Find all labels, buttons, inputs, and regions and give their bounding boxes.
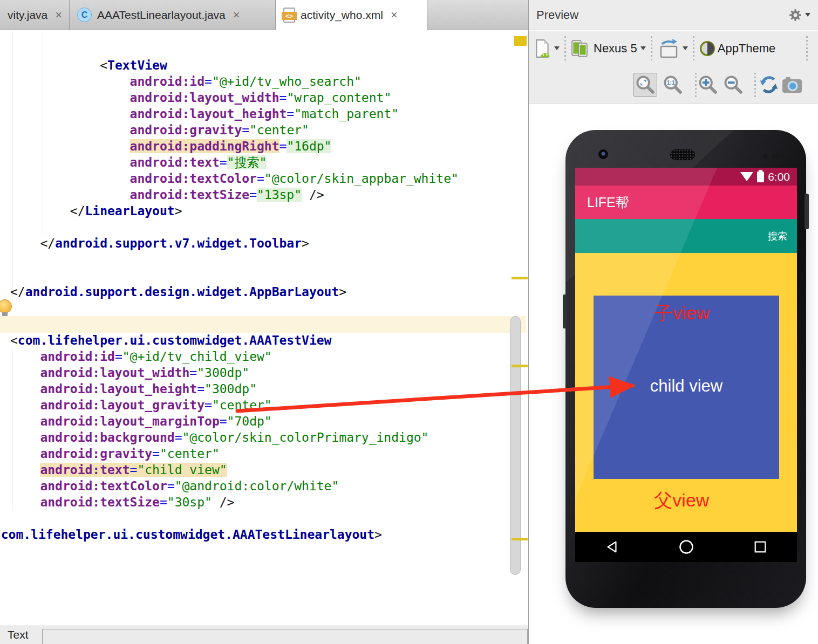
- code-line[interactable]: android:text="搜索": [10, 154, 459, 170]
- front-camera: [598, 149, 608, 159]
- wifi-icon: [740, 172, 753, 181]
- android-file-icon: [534, 39, 551, 58]
- navigation-bar: [575, 532, 797, 562]
- code-line[interactable]: android:id="@+id/tv_who_search": [10, 73, 459, 90]
- toolbar-separator: [754, 73, 756, 98]
- nexus5-device-frame: 6:00 LIFE帮 搜索 子view child view 父view: [565, 130, 806, 608]
- code-line[interactable]: android:textColor="@color/skin_appbar_wh…: [10, 170, 459, 187]
- tab-label: vity.java: [8, 9, 47, 22]
- code-line[interactable]: android:gravity="center": [10, 122, 459, 138]
- search-action-label: 搜索: [768, 230, 787, 243]
- devices-icon: [571, 39, 589, 58]
- editor-bottom-bar: Text: [0, 626, 529, 644]
- zoom-out-button[interactable]: [723, 74, 744, 95]
- warning-stripe-marker[interactable]: [512, 538, 528, 540]
- code-line[interactable]: android:layout_height="300dp": [10, 381, 459, 397]
- recents-icon[interactable]: [753, 540, 767, 554]
- theme-selector-button[interactable]: AppTheme: [699, 40, 779, 57]
- home-icon[interactable]: [679, 539, 694, 554]
- code-line[interactable]: android:textSize="13sp" />: [10, 187, 459, 203]
- zoom-1to1-icon: 1:1: [663, 74, 683, 95]
- status-time: 6:00: [768, 170, 790, 183]
- parent-view[interactable]: 子view child view 父view: [575, 253, 797, 532]
- code-line[interactable]: android:layout_height="match_parent": [10, 106, 459, 122]
- zoom-in-button[interactable]: [698, 74, 718, 95]
- code-line[interactable]: </LinearLayout>: [10, 203, 459, 219]
- java-class-icon: C: [77, 8, 92, 22]
- code-line[interactable]: [10, 268, 459, 284]
- chevron-down-icon: [683, 46, 688, 50]
- tab-aaatestlinearlayout-java[interactable]: C AAATestLinearlayout.java ×: [70, 0, 276, 30]
- chevron-down-icon: [554, 46, 560, 50]
- code-line[interactable]: [10, 251, 459, 268]
- close-icon[interactable]: ×: [233, 9, 240, 21]
- toolbar-separator: [651, 36, 652, 61]
- preview-header: Preview: [529, 0, 818, 30]
- child-view[interactable]: 子view child view: [594, 296, 779, 479]
- device-screen: 6:00 LIFE帮 搜索 子view child view 父view: [575, 168, 797, 562]
- code-editor[interactable]: <TextView android:id="@+id/tv_who_search…: [0, 30, 529, 626]
- tab-activity-java[interactable]: vity.java ×: [0, 0, 70, 30]
- preview-canvas[interactable]: 6:00 LIFE帮 搜索 子view child view 父view: [529, 105, 818, 644]
- code-line[interactable]: <com.lifehelper.ui.customwidget.AAATestV…: [10, 332, 459, 348]
- code-line[interactable]: </com.lifehelper.ui.customwidget.AAATest…: [0, 526, 459, 543]
- app-bar[interactable]: LIFE帮: [575, 186, 797, 219]
- code-line[interactable]: <TextView: [10, 57, 459, 73]
- back-icon[interactable]: [605, 540, 619, 554]
- zoom-actual-size-button[interactable]: 1:1: [663, 74, 683, 95]
- code-line[interactable]: [10, 219, 459, 235]
- chevron-down-icon: [640, 46, 646, 50]
- refresh-icon: [759, 74, 779, 95]
- tab-activity-who-xml[interactable]: <> activity_who.xml ×: [276, 0, 427, 30]
- screenshot-button[interactable]: [781, 77, 803, 94]
- code-line[interactable]: android:id="@+id/tv_child_view": [10, 348, 459, 365]
- tab-label: AAATestLinearlayout.java: [97, 9, 226, 22]
- code-line[interactable]: [10, 510, 459, 526]
- child-view-text: child view: [650, 376, 722, 396]
- code-line[interactable]: android:layout_width="300dp": [10, 365, 459, 381]
- code-line[interactable]: android:layout_width="wrap_content": [10, 90, 459, 106]
- code-line[interactable]: </android.support.v7.widget.Toolbar>: [10, 235, 459, 251]
- tab-text-mode[interactable]: Text: [8, 628, 29, 641]
- rotate-device-icon: [657, 38, 680, 59]
- code-line[interactable]: [10, 300, 459, 316]
- inspection-status-indicator[interactable]: [514, 36, 527, 46]
- camera-icon: [781, 77, 803, 94]
- close-icon[interactable]: ×: [391, 9, 398, 21]
- search-toolbar[interactable]: 搜索: [575, 219, 797, 253]
- device-selector-button[interactable]: Nexus 5: [571, 39, 646, 58]
- zoom-to-fit-button[interactable]: [633, 73, 657, 97]
- earpiece-speaker: [670, 149, 695, 160]
- panel-splitter[interactable]: [528, 0, 529, 644]
- code-line[interactable]: android:textSize="30sp" />: [10, 494, 459, 510]
- code-line[interactable]: android:textColor="@android:color/white": [10, 478, 459, 494]
- warning-stripe-marker[interactable]: [512, 365, 528, 367]
- code-line[interactable]: </android.support.design.widget.AppBarLa…: [10, 284, 459, 300]
- code-area[interactable]: <TextView android:id="@+id/tv_who_search…: [10, 57, 459, 543]
- code-line[interactable]: android:layout_gravity="center": [10, 397, 459, 413]
- proximity-sensor: [763, 154, 768, 159]
- close-icon[interactable]: ×: [55, 9, 62, 21]
- horizontal-scrollbar[interactable]: [42, 629, 528, 644]
- orientation-button[interactable]: [657, 38, 688, 59]
- run-configuration-button[interactable]: [534, 39, 560, 58]
- zoom-in-icon: [698, 74, 718, 95]
- code-line[interactable]: android:gravity="center": [10, 446, 459, 462]
- code-line[interactable]: [10, 316, 459, 332]
- preview-toolbar-row2: 1:1: [529, 66, 818, 104]
- zoom-out-icon: [723, 74, 744, 95]
- warning-stripe-marker[interactable]: [512, 277, 528, 279]
- editor-scrollbar-thumb[interactable]: [510, 316, 521, 575]
- annotation-child-label: 子view: [655, 301, 710, 326]
- code-line[interactable]: android:text="child view": [10, 462, 459, 478]
- refresh-button[interactable]: [759, 74, 779, 95]
- power-button: [805, 194, 809, 229]
- xml-file-icon: <>: [283, 8, 295, 23]
- code-line[interactable]: android:layout_marginTop="70dp": [10, 413, 459, 429]
- preview-settings-button[interactable]: [788, 8, 810, 22]
- theme-icon: [699, 40, 715, 57]
- code-line[interactable]: android:background="@color/skin_colorPri…: [10, 429, 459, 446]
- status-bar: 6:00: [575, 168, 797, 186]
- device-label: Nexus 5: [594, 42, 637, 56]
- code-line[interactable]: android:paddingRight="16dp": [10, 138, 459, 154]
